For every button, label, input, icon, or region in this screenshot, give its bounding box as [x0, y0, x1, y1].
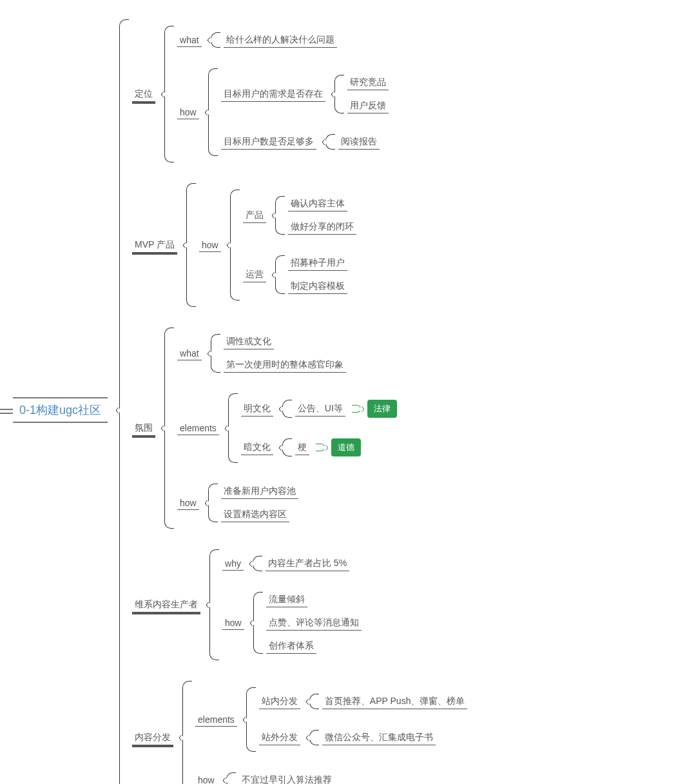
leaf: 不宜过早引入算法推荐 — [239, 772, 334, 784]
leaf: 运营 — [243, 267, 266, 282]
node-how: how — [177, 496, 199, 510]
leaf: 阅读报告 — [338, 134, 380, 150]
positioning-what-children: 给什么样的人解决什么问题 — [211, 26, 338, 54]
leaf: 明文化 — [241, 401, 273, 416]
atmosphere-what: what 调性或文化 第一次使用时的整体感官印象 — [177, 328, 397, 379]
leaf: 调性或文化 — [224, 334, 274, 349]
leaf: 第一次使用时的整体感官印象 — [224, 357, 346, 373]
leaf: 公告、UI等 — [295, 401, 345, 416]
leaf: 站外分发 — [259, 730, 300, 745]
atmosphere-what-children: 调性或文化 第一次使用时的整体感官印象 — [211, 328, 347, 379]
node-how: how — [195, 773, 217, 784]
leaf: 目标用户数是否足够多 — [221, 134, 316, 150]
mvp-how-children: 产品 确认内容主体 做好分享的闭环 运营 招募种子用户 制定内容模板 — [230, 183, 358, 307]
mvp-children: how 产品 确认内容主体 做好分享的闭环 运营 招募种子 — [186, 177, 358, 313]
root-children: 定位 what 给什么样的人解决什么问题 how 目标用户的需求是否存在 研究竞… — [119, 13, 469, 784]
branch-positioning: 定位 what 给什么样的人解决什么问题 how 目标用户的需求是否存在 研究竞… — [132, 19, 469, 169]
node-how: how — [222, 616, 244, 630]
node-why: why — [222, 556, 244, 571]
distribution-how: how 不宜过早引入算法推荐 — [195, 766, 469, 784]
distribution-children: elements 站内分发 首页推荐、APP Push、弹窗、榜单 站外分发 微… — [182, 674, 469, 784]
out-site-children: 微信公众号、汇集成电子书 — [309, 723, 437, 752]
leaf: 产品 — [243, 208, 266, 223]
an-children: 梗 道德 — [282, 432, 361, 463]
node-elements: elements — [177, 421, 219, 435]
leaf: 准备新用户内容池 — [221, 484, 298, 499]
branch-atmosphere: 氛围 what 调性或文化 第一次使用时的整体感官印象 elements 明文化 — [132, 321, 469, 535]
brace-icon — [352, 404, 361, 414]
in-site: 站内分发 首页推荐、APP Push、弹窗、榜单 — [259, 687, 469, 716]
leaf: 招募种子用户 — [288, 255, 347, 271]
node-what: what — [177, 33, 202, 47]
distribution-how-children: 不宜过早引入算法推荐 — [226, 766, 336, 784]
mindmap: 0-1构建ugc社区 定位 what 给什么样的人解决什么问题 how 目标用户… — [13, 13, 683, 784]
need-enough: 目标用户数是否足够多 阅读报告 — [221, 128, 390, 156]
leaf: 做好分享的闭环 — [288, 219, 356, 235]
right-brace: 道德 — [316, 438, 361, 456]
node-elements: elements — [195, 712, 237, 727]
mvp-product: 产品 确认内容主体 做好分享的闭环 — [243, 190, 358, 241]
leaf: 创作者体系 — [266, 638, 316, 654]
leaf: 确认内容主体 — [288, 196, 347, 211]
node-how: how — [177, 105, 199, 119]
leaf: 内容生产者占比 5% — [266, 556, 349, 571]
node-producers: 维系内容生产者 — [132, 597, 200, 613]
leaf: 梗 — [295, 440, 309, 455]
ming-culture: 明文化 公告、UI等 法律 — [241, 393, 397, 424]
leaf: 微信公众号、汇集成电子书 — [322, 730, 436, 745]
positioning-how: how 目标用户的需求是否存在 研究竞品 用户反馈 目标用户数是否足够多 — [177, 62, 390, 162]
leaf: 用户反馈 — [347, 98, 389, 113]
root-node: 0-1构建ugc社区 — [13, 397, 108, 423]
leaf: 研究竞品 — [347, 75, 389, 90]
an-culture: 暗文化 梗 道德 — [241, 432, 397, 463]
producers-why-children: 内容生产者占比 5% — [253, 549, 351, 578]
atmosphere-elements: elements 明文化 公告、UI等 法律 — [177, 387, 397, 469]
leaf: 站内分发 — [259, 694, 300, 709]
producers-why: why 内容生产者占比 5% — [222, 549, 363, 578]
leaf: 给什么样的人解决什么问题 — [224, 32, 337, 48]
node-mvp: MVP 产品 — [132, 237, 177, 253]
node-what: what — [177, 346, 202, 360]
mvp-operation: 运营 招募种子用户 制定内容模板 — [243, 249, 358, 300]
tag-law: 法律 — [367, 400, 397, 418]
leaf: 流量倾斜 — [266, 592, 307, 607]
mvp-how: how 产品 确认内容主体 做好分享的闭环 运营 招募种子 — [199, 183, 358, 307]
leaf: 目标用户的需求是否存在 — [221, 86, 325, 102]
atmosphere-children: what 调性或文化 第一次使用时的整体感官印象 elements 明文化 — [164, 321, 397, 535]
leaf: 暗文化 — [241, 440, 273, 455]
right-brace: 法律 — [352, 400, 397, 418]
brace-icon — [316, 442, 325, 453]
positioning-how-children: 目标用户的需求是否存在 研究竞品 用户反馈 目标用户数是否足够多 阅读报告 — [208, 62, 390, 162]
positioning-what: what 给什么样的人解决什么问题 — [177, 26, 390, 54]
branch-producers: 维系内容生产者 why 内容生产者占比 5% how 流量倾斜 点赞、评论等消息… — [132, 543, 469, 667]
producers-children: why 内容生产者占比 5% how 流量倾斜 点赞、评论等消息通知 创作者体系 — [209, 543, 363, 667]
need-exist-children: 研究竞品 用户反馈 — [334, 68, 390, 120]
producers-how: how 流量倾斜 点赞、评论等消息通知 创作者体系 — [222, 585, 363, 660]
branch-distribution: 内容分发 elements 站内分发 首页推荐、APP Push、弹窗、榜单 站… — [132, 674, 469, 784]
node-how: how — [199, 238, 221, 252]
node-distribution: 内容分发 — [132, 730, 173, 746]
mvp-operation-children: 招募种子用户 制定内容模板 — [275, 249, 349, 300]
node-atmosphere: 氛围 — [132, 420, 155, 436]
leaf: 首页推荐、APP Push、弹窗、榜单 — [322, 694, 468, 709]
atmosphere-how-children: 准备新用户内容池 设置精选内容区 — [208, 477, 300, 529]
branch-mvp: MVP 产品 how 产品 确认内容主体 做好分享的闭环 运营 — [132, 177, 469, 313]
out-site: 站外分发 微信公众号、汇集成电子书 — [259, 723, 469, 752]
distribution-elements-children: 站内分发 首页推荐、APP Push、弹窗、榜单 站外分发 微信公众号、汇集成电… — [246, 681, 469, 758]
leaf: 制定内容模板 — [288, 279, 347, 294]
atmosphere-how: how 准备新用户内容池 设置精选内容区 — [177, 477, 397, 529]
need-enough-children: 阅读报告 — [325, 128, 381, 156]
tag-moral: 道德 — [331, 438, 361, 456]
leaf: 点赞、评论等消息通知 — [266, 615, 362, 631]
distribution-elements: elements 站内分发 首页推荐、APP Push、弹窗、榜单 站外分发 微… — [195, 681, 469, 758]
node-positioning: 定位 — [132, 86, 155, 103]
ming-children: 公告、UI等 法律 — [282, 393, 397, 424]
producers-how-children: 流量倾斜 点赞、评论等消息通知 创作者体系 — [253, 585, 363, 660]
mvp-product-children: 确认内容主体 做好分享的闭环 — [275, 190, 358, 241]
need-exist: 目标用户的需求是否存在 研究竞品 用户反馈 — [221, 68, 390, 120]
positioning-children: what 给什么样的人解决什么问题 how 目标用户的需求是否存在 研究竞品 用… — [164, 19, 390, 169]
atmosphere-elements-children: 明文化 公告、UI等 法律 — [228, 387, 397, 469]
leaf: 设置精选内容区 — [221, 507, 289, 522]
in-site-children: 首页推荐、APP Push、弹窗、榜单 — [309, 687, 469, 716]
